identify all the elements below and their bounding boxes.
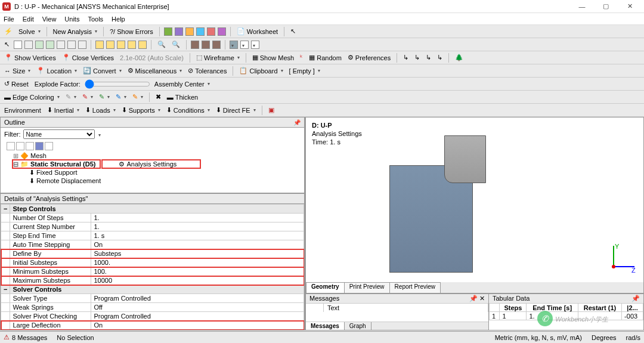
back-view-icon[interactable] bbox=[212, 41, 221, 49]
status-messages[interactable]: ⚠ 8 Messages bbox=[4, 333, 47, 341]
tree-node-remote-displacement[interactable]: ⬇ Remote Displacement bbox=[13, 177, 303, 185]
box-select-icon[interactable] bbox=[78, 41, 86, 49]
tree-expand-icon[interactable]: 🌲 bbox=[453, 53, 465, 62]
menu-help[interactable]: Help bbox=[112, 16, 125, 23]
menu-file[interactable]: File bbox=[4, 16, 14, 23]
edge-style-2[interactable]: ✎ bbox=[80, 92, 95, 101]
conditions-dropdown[interactable]: ⬇ Conditions bbox=[165, 106, 212, 115]
tolerances-button[interactable]: ⊘ Tolerances bbox=[186, 66, 228, 75]
wireframe-dropdown[interactable]: ⬚ Wireframe bbox=[194, 53, 242, 62]
tab-graph[interactable]: Graph bbox=[345, 322, 371, 330]
tab-geometry[interactable]: Geometry bbox=[306, 282, 345, 293]
section-toggle[interactable]: − bbox=[1, 205, 10, 214]
explode-slider[interactable] bbox=[85, 79, 150, 89]
pan-icon[interactable] bbox=[106, 41, 114, 49]
tree-tool-3[interactable] bbox=[26, 142, 34, 150]
reset-button[interactable]: ↺ Reset bbox=[2, 79, 30, 88]
show-vertices-button[interactable]: 📍 Show Vertices bbox=[2, 53, 58, 62]
random-button[interactable]: ▦ Random bbox=[307, 53, 343, 62]
zoom-icon[interactable] bbox=[117, 41, 125, 49]
menu-units[interactable]: Units bbox=[64, 16, 79, 23]
menu-view[interactable]: View bbox=[42, 16, 57, 23]
lightning-icon[interactable]: ⚡ bbox=[2, 27, 14, 36]
edge-style-5[interactable]: ✎ bbox=[131, 92, 145, 101]
tab-report-preview[interactable]: Report Preview bbox=[389, 282, 441, 293]
size-dropdown[interactable]: ↔ Size bbox=[2, 67, 32, 75]
messages-pin-icon[interactable]: 📌 ✕ bbox=[469, 295, 485, 302]
close-button[interactable]: ✕ bbox=[618, 0, 642, 13]
direct-fe-dropdown[interactable]: ⬇ Direct FE bbox=[214, 106, 258, 115]
close-vertices-button[interactable]: 📍 Close Vertices bbox=[60, 53, 116, 62]
rotate-icon[interactable] bbox=[95, 41, 104, 49]
menu-edit[interactable]: Edit bbox=[23, 16, 34, 23]
tabular-pin-icon[interactable]: 📌 bbox=[631, 295, 640, 302]
coord-icon-1[interactable]: ↳ bbox=[401, 53, 410, 62]
mesh-k-icon[interactable]: ᵏ bbox=[298, 53, 305, 62]
tree-node-mesh[interactable]: ⊞🔶 Mesh bbox=[13, 152, 303, 160]
clipboard-empty-dropdown[interactable]: [ Empty ] bbox=[287, 67, 322, 75]
cursor-icon[interactable]: ↖ bbox=[289, 27, 298, 36]
view-preset-3-dropdown[interactable] bbox=[251, 41, 259, 49]
solve-dropdown[interactable]: Solve bbox=[17, 27, 42, 36]
tree-tool-4[interactable] bbox=[35, 142, 44, 150]
menu-tools[interactable]: Tools bbox=[88, 16, 103, 23]
row-nsteps-val[interactable]: 1. bbox=[91, 214, 304, 223]
select-arrow-icon[interactable]: ↖ bbox=[2, 40, 11, 49]
clipboard-dropdown[interactable]: 📋 Clipboard bbox=[237, 66, 284, 75]
node-select-icon[interactable] bbox=[57, 41, 65, 49]
probe-icon[interactable]: ✖ bbox=[154, 92, 163, 101]
coord-icon-3[interactable]: ↳ bbox=[424, 53, 433, 62]
loads-dropdown[interactable]: ⬇ Loads bbox=[83, 106, 117, 115]
tree-tool-2[interactable] bbox=[16, 142, 24, 150]
misc-dropdown[interactable]: ⚙ Miscellaneous bbox=[126, 66, 184, 75]
tool-icon-1[interactable] bbox=[164, 27, 172, 36]
fe-extra-icon[interactable]: ▣ bbox=[267, 106, 276, 115]
show-errors-button[interactable]: ?/ Show Errors bbox=[108, 27, 155, 36]
edge-style-3[interactable]: ✎ bbox=[97, 92, 112, 101]
filter-select[interactable]: Name bbox=[23, 129, 95, 139]
thicken-button[interactable]: ▬ Thicken bbox=[165, 93, 200, 101]
tab-print-preview[interactable]: Print Preview bbox=[344, 282, 390, 293]
fit-icon[interactable] bbox=[138, 41, 147, 49]
magnify-plus-icon[interactable]: 🔍 bbox=[156, 40, 168, 49]
new-analysis-dropdown[interactable]: New Analysis bbox=[51, 27, 99, 36]
tool-icon-2[interactable] bbox=[175, 27, 183, 36]
tab-messages[interactable]: Messages bbox=[306, 322, 345, 330]
tool-icon-3[interactable] bbox=[185, 27, 194, 36]
filter-extra-dropdown[interactable] bbox=[97, 131, 101, 138]
view-preset-2-dropdown[interactable] bbox=[240, 41, 249, 49]
element-select-icon[interactable] bbox=[67, 41, 76, 49]
view-preset-dropdown[interactable] bbox=[230, 41, 238, 49]
tree-node-fixed-support[interactable]: ⬇ Fixed Support bbox=[13, 168, 303, 177]
assembly-center-dropdown[interactable]: Assembly Center bbox=[153, 80, 212, 88]
coord-icon-4[interactable]: ↳ bbox=[435, 53, 444, 62]
tool-icon-6[interactable] bbox=[218, 27, 226, 36]
outline-pin-icon[interactable]: 📌 bbox=[293, 119, 301, 126]
worksheet-button[interactable]: 📄 Worksheet bbox=[235, 27, 280, 36]
inertial-dropdown[interactable]: ⬇ Inertial bbox=[45, 106, 81, 115]
tool-icon-4[interactable] bbox=[196, 27, 205, 36]
minimize-button[interactable]: — bbox=[570, 0, 594, 13]
vertex-select-icon[interactable] bbox=[14, 41, 22, 49]
location-dropdown[interactable]: 📍 Location bbox=[35, 66, 79, 75]
front-view-icon[interactable] bbox=[202, 41, 210, 49]
supports-dropdown[interactable]: ⬇ Supports bbox=[120, 106, 162, 115]
edge-coloring-dropdown[interactable]: ▬ Edge Coloring bbox=[2, 93, 61, 101]
show-mesh-button[interactable]: ▦ Show Mesh bbox=[250, 53, 296, 62]
zoom-box-icon[interactable] bbox=[128, 41, 136, 49]
face-select-icon[interactable] bbox=[35, 41, 44, 49]
edge-style-4[interactable]: ✎ bbox=[114, 92, 128, 101]
maximize-button[interactable]: ▢ bbox=[594, 0, 618, 13]
edge-style-1[interactable]: ✎ bbox=[64, 92, 78, 101]
tree-node-analysis-settings[interactable]: ⚙ Analysis Settings bbox=[102, 160, 200, 168]
tree-tool-1[interactable] bbox=[7, 142, 15, 150]
edge-select-icon[interactable] bbox=[24, 41, 33, 49]
convert-dropdown[interactable]: 🔄 Convert bbox=[81, 66, 123, 75]
row-large-deflection-val[interactable]: On bbox=[91, 321, 304, 330]
tool-icon-5[interactable] bbox=[207, 27, 215, 36]
triad-icon[interactable]: Y Z bbox=[602, 243, 637, 279]
body-select-icon[interactable] bbox=[46, 41, 54, 49]
tree-tool-5[interactable] bbox=[45, 142, 53, 150]
row-define-by-val[interactable]: Substeps bbox=[91, 249, 304, 258]
iso-view-icon[interactable] bbox=[191, 41, 199, 49]
